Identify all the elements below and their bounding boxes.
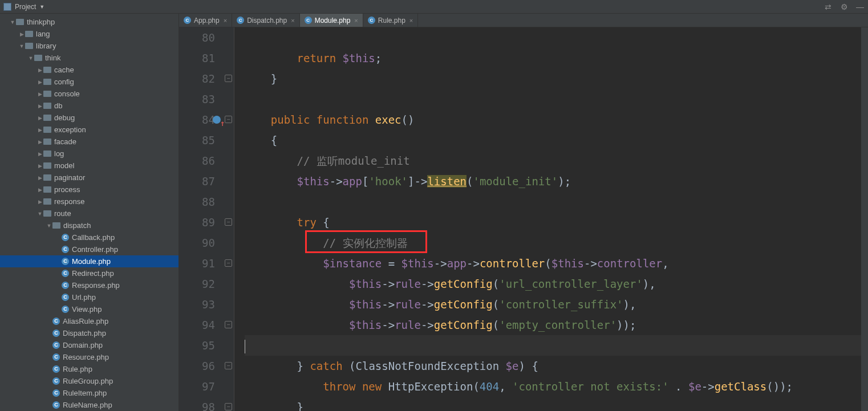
project-selector[interactable]: Project ▼ — [0, 3, 44, 11]
code-line[interactable]: $this->rule->getConfig('empty_controller… — [245, 315, 861, 335]
vertical-scrollbar[interactable] — [861, 27, 868, 411]
close-icon[interactable]: × — [409, 17, 413, 24]
code-line[interactable]: // 监听module_init — [245, 150, 861, 171]
tree-folder-item[interactable]: route — [0, 207, 179, 219]
tree-file-item[interactable]: Url.php — [0, 291, 179, 303]
tree-folder-item[interactable]: cache — [0, 64, 179, 76]
code-line[interactable]: $this->app['hook']->listen('module_init'… — [245, 171, 861, 192]
tree-folder-item[interactable]: exception — [0, 124, 179, 136]
fold-toggle-icon[interactable]: − — [225, 321, 232, 328]
tree-arrow-icon[interactable] — [36, 175, 43, 181]
tree-folder-item[interactable]: debug — [0, 112, 179, 124]
code-content[interactable]: return $this; } public function exec() {… — [234, 27, 861, 411]
line-number: 86 — [179, 150, 215, 171]
close-icon[interactable]: × — [224, 17, 227, 24]
collapse-icon[interactable]: ― — [855, 2, 865, 11]
tree-folder-item[interactable]: dispatch — [0, 219, 179, 231]
tree-arrow-icon[interactable] — [36, 91, 43, 97]
editor-tab[interactable]: App.php× — [179, 14, 232, 27]
code-editor[interactable]: 80818283848586878889909192939495969798 −… — [179, 27, 868, 411]
tree-file-item[interactable]: Redirect.php — [0, 267, 179, 279]
close-icon[interactable]: × — [291, 17, 294, 24]
tree-file-item[interactable]: RuleName.php — [0, 399, 179, 411]
tree-arrow-icon[interactable] — [36, 115, 43, 121]
code-line[interactable]: } — [245, 68, 861, 89]
tree-arrow-icon[interactable] — [36, 187, 43, 193]
tree-folder-item[interactable]: thinkphp — [0, 16, 179, 28]
tab-label: Dispatch.php — [247, 17, 287, 25]
tree-folder-item[interactable]: model — [0, 160, 179, 172]
tree-folder-item[interactable]: facade — [0, 136, 179, 148]
tree-file-item[interactable]: Rule.php — [0, 363, 179, 375]
tree-arrow-icon[interactable] — [36, 139, 43, 145]
tree-arrow-icon[interactable] — [36, 211, 43, 217]
tree-folder-item[interactable]: library — [0, 40, 179, 52]
tree-folder-item[interactable]: log — [0, 148, 179, 160]
close-icon[interactable]: × — [354, 17, 358, 24]
php-class-icon — [368, 17, 375, 24]
tree-arrow-icon[interactable] — [18, 31, 25, 37]
tree-file-item[interactable]: Domain.php — [0, 339, 179, 351]
tree-arrow-icon[interactable] — [27, 55, 34, 61]
tree-arrow-icon[interactable] — [36, 79, 43, 85]
code-line[interactable]: } catch (ClassNotFoundException $e) { — [245, 356, 861, 376]
code-line[interactable]: try { — [245, 212, 861, 233]
settings-slider-icon[interactable]: ⇄ — [824, 2, 833, 11]
tree-folder-item[interactable]: console — [0, 88, 179, 100]
gear-icon[interactable]: ⚙ — [839, 2, 849, 11]
tree-folder-item[interactable]: think — [0, 52, 179, 64]
tree-item-label: RuleItem.php — [63, 389, 107, 397]
fold-toggle-icon[interactable]: − — [225, 362, 232, 369]
fold-toggle-icon[interactable]: − — [225, 116, 232, 123]
tree-file-item[interactable]: Response.php — [0, 279, 179, 291]
editor-tab[interactable]: Dispatch.php× — [232, 14, 299, 27]
tree-file-item[interactable]: RuleGroup.php — [0, 375, 179, 387]
code-line[interactable]: } — [245, 397, 861, 411]
code-line[interactable] — [245, 192, 861, 212]
code-line[interactable] — [245, 89, 861, 109]
code-line[interactable]: return $this; — [245, 48, 861, 68]
line-number: 96 — [179, 356, 215, 376]
tree-folder-item[interactable]: db — [0, 100, 179, 112]
code-line[interactable]: $instance = $this->app->controller($this… — [245, 253, 861, 274]
fold-toggle-icon[interactable]: − — [225, 259, 232, 267]
tree-folder-item[interactable]: lang — [0, 28, 179, 40]
tree-arrow-icon[interactable] — [36, 199, 43, 205]
editor-tab[interactable]: Rule.php× — [363, 14, 418, 27]
tree-file-item[interactable]: View.php — [0, 303, 179, 315]
tree-file-item[interactable]: Module.php — [0, 255, 179, 267]
php-class-icon — [62, 282, 69, 289]
code-line[interactable]: public function exec() — [245, 109, 861, 130]
tree-arrow-icon[interactable] — [36, 103, 43, 109]
override-method-icon[interactable] — [213, 116, 221, 124]
code-line[interactable]: { — [245, 130, 861, 150]
tree-arrow-icon[interactable] — [46, 223, 52, 229]
tree-arrow-icon[interactable] — [36, 163, 43, 169]
tree-arrow-icon[interactable] — [18, 43, 25, 49]
code-line[interactable] — [245, 335, 861, 356]
tree-file-item[interactable]: Resource.php — [0, 351, 179, 363]
code-line[interactable]: throw new HttpException(404, 'controller… — [245, 376, 861, 397]
fold-toggle-icon[interactable]: − — [225, 403, 232, 410]
tree-file-item[interactable]: RuleItem.php — [0, 387, 179, 399]
tree-folder-item[interactable]: paginator — [0, 172, 179, 184]
fold-toggle-icon[interactable]: − — [225, 218, 232, 226]
tree-folder-item[interactable]: response — [0, 196, 179, 207]
editor-tab[interactable]: Module.php× — [300, 14, 363, 27]
tree-file-item[interactable]: AliasRule.php — [0, 315, 179, 327]
tree-file-item[interactable]: Dispatch.php — [0, 327, 179, 339]
tree-folder-item[interactable]: process — [0, 184, 179, 196]
project-tree-panel[interactable]: thinkphplanglibrarythinkcacheconfigconso… — [0, 14, 179, 411]
tree-arrow-icon[interactable] — [36, 127, 43, 133]
tree-folder-item[interactable]: config — [0, 76, 179, 88]
tree-file-item[interactable]: Callback.php — [0, 231, 179, 243]
fold-gutter[interactable]: −−↑−−−−− — [223, 27, 234, 411]
code-line[interactable] — [245, 27, 861, 48]
code-line[interactable]: $this->rule->getConfig('url_controller_l… — [245, 274, 861, 294]
tree-arrow-icon[interactable] — [36, 67, 43, 73]
code-line[interactable]: $this->rule->getConfig('controller_suffi… — [245, 294, 861, 315]
tree-arrow-icon[interactable] — [36, 151, 43, 157]
fold-toggle-icon[interactable]: − — [225, 75, 232, 82]
tree-arrow-icon[interactable] — [9, 19, 16, 25]
tree-file-item[interactable]: Controller.php — [0, 243, 179, 255]
